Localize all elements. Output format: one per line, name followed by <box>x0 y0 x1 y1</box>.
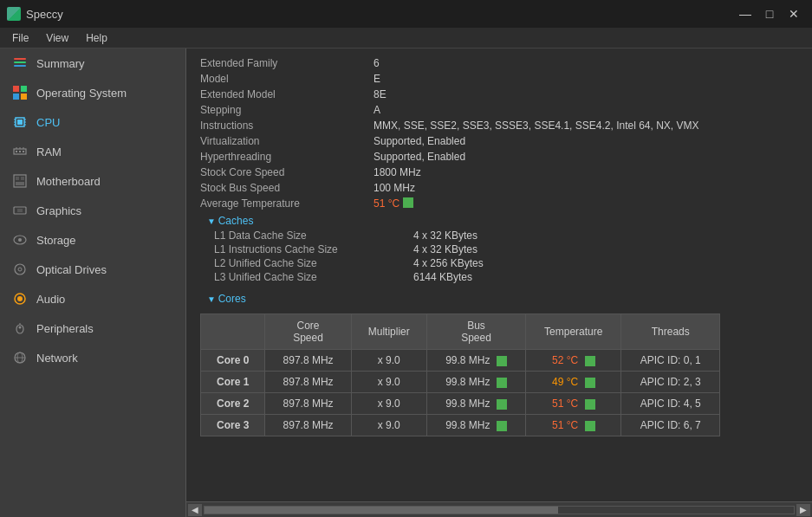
hscroll-right-button[interactable]: ▶ <box>796 504 810 516</box>
window-controls: — □ ✕ <box>734 4 805 23</box>
bus-indicator-1 <box>497 378 507 388</box>
menu-help[interactable]: Help <box>77 30 116 46</box>
core-threads-2: APIC ID: 4, 5 <box>621 393 720 415</box>
col-header-bus: BusSpeed <box>426 314 525 350</box>
ram-icon <box>12 144 28 159</box>
menu-view[interactable]: View <box>37 30 77 46</box>
core-mult-2: x 9.0 <box>351 393 426 415</box>
svg-point-32 <box>18 268 22 271</box>
model-value: E <box>374 73 380 85</box>
sidebar-label-network: Network <box>36 352 78 365</box>
bus-indicator-2 <box>497 399 507 410</box>
hyperthreading-row: Hyperthreading Supported, Enabled <box>200 149 798 165</box>
app-title: Speccy <box>26 8 63 21</box>
hscroll-left-button[interactable]: ◀ <box>188 504 202 516</box>
col-header-multiplier: Multiplier <box>351 314 426 350</box>
temp-indicator-3 <box>585 421 595 431</box>
menu-file[interactable]: File <box>3 30 37 46</box>
stock-bus-speed-value: 100 MHz <box>374 182 415 194</box>
horizontal-scrollbar[interactable]: ◀ ▶ <box>186 501 812 517</box>
stock-core-speed-label: Stock Core Speed <box>200 166 374 178</box>
core-speed-1: 897.8 MHz <box>265 372 351 393</box>
graphics-icon <box>12 203 28 218</box>
svg-point-34 <box>17 296 23 301</box>
sidebar-item-ram[interactable]: RAM <box>0 137 185 166</box>
sidebar-item-summary[interactable]: Summary <box>0 48 185 78</box>
hscroll-thumb[interactable] <box>205 507 558 514</box>
titlebar: Speccy — □ ✕ <box>0 0 812 28</box>
core-row-1: Core 1 897.8 MHz x 9.0 99.8 MHz 49 °C AP… <box>201 372 720 393</box>
core-row-3: Core 3 897.8 MHz x 9.0 99.8 MHz 51 °C AP… <box>201 415 720 436</box>
svg-rect-8 <box>17 120 23 125</box>
sidebar-item-storage[interactable]: Storage <box>0 225 185 255</box>
core-bus-0: 99.8 MHz <box>426 350 525 372</box>
sidebar-item-optical[interactable]: Optical Drives <box>0 255 185 284</box>
stepping-value: A <box>374 104 380 116</box>
core-bus-2: 99.8 MHz <box>426 393 525 415</box>
cache-label-3: L3 Unified Cache Size <box>214 271 413 283</box>
network-icon <box>12 350 28 365</box>
stock-bus-speed-row: Stock Bus Speed 100 MHz <box>200 180 798 196</box>
avg-temp-indicator <box>403 197 413 208</box>
svg-rect-2 <box>14 65 26 67</box>
stock-core-speed-value: 1800 MHz <box>374 166 421 178</box>
col-header-speed: CoreSpeed <box>265 314 351 350</box>
instructions-value: MMX, SSE, SSE2, SSE3, SSSE3, SSE4.1, SSE… <box>374 120 699 132</box>
stock-core-speed-row: Stock Core Speed 1800 MHz <box>200 165 798 180</box>
os-icon <box>12 85 28 100</box>
core-mult-3: x 9.0 <box>351 415 426 436</box>
close-button[interactable]: ✕ <box>783 4 805 23</box>
core-name-1: Core 1 <box>201 372 265 393</box>
caches-header[interactable]: Caches <box>200 211 798 229</box>
optical-icon <box>12 262 28 277</box>
sidebar-item-network[interactable]: Network <box>0 343 185 372</box>
sidebar-item-audio[interactable]: Audio <box>0 284 185 313</box>
bus-indicator-3 <box>497 421 507 431</box>
minimize-button[interactable]: — <box>734 4 757 23</box>
sidebar-label-ram: RAM <box>36 145 62 158</box>
temp-indicator-1 <box>585 378 595 388</box>
cores-section: CoreSpeed Multiplier BusSpeed Temperatur… <box>200 313 798 436</box>
sidebar-item-cpu[interactable]: CPU <box>0 107 185 137</box>
hscroll-track[interactable] <box>204 506 795 514</box>
cache-label-0: L1 Data Cache Size <box>214 229 413 242</box>
caches-list: L1 Data Cache Size 4 x 32 KBytes L1 Inst… <box>200 229 798 284</box>
cache-row-2: L2 Unified Cache Size 4 x 256 KBytes <box>214 256 798 270</box>
extended-family-label: Extended Family <box>200 57 374 69</box>
sidebar-label-peripherals: Peripherals <box>36 322 94 335</box>
content-wrapper: Extended Family 6 Model E Extended Model… <box>186 48 812 517</box>
svg-rect-1 <box>14 61 26 63</box>
sidebar-label-optical: Optical Drives <box>36 263 107 276</box>
hyperthreading-value: Supported, Enabled <box>374 151 465 163</box>
svg-point-31 <box>15 264 25 275</box>
svg-rect-6 <box>21 94 27 100</box>
virtualization-value: Supported, Enabled <box>374 135 465 147</box>
cpu-content[interactable]: Extended Family 6 Model E Extended Model… <box>186 48 812 501</box>
core-temp-3: 51 °C <box>526 415 621 436</box>
svg-rect-0 <box>14 58 26 60</box>
virtualization-label: Virtualization <box>200 135 374 147</box>
extended-model-row: Extended Model 8E <box>200 87 798 102</box>
extended-model-value: 8E <box>374 88 387 100</box>
extended-family-value: 6 <box>374 57 380 69</box>
core-row-2: Core 2 897.8 MHz x 9.0 99.8 MHz 51 °C AP… <box>201 393 720 415</box>
cores-header[interactable]: Cores <box>200 289 798 307</box>
maximize-button[interactable]: □ <box>758 4 781 23</box>
summary-icon <box>12 55 28 71</box>
sidebar-item-graphics[interactable]: Graphics <box>0 196 185 225</box>
sidebar-item-peripherals[interactable]: Peripherals <box>0 313 185 343</box>
svg-rect-17 <box>19 151 21 152</box>
avg-temp-label: Average Temperature <box>200 197 374 210</box>
svg-rect-24 <box>21 177 24 180</box>
peripherals-icon <box>12 320 28 336</box>
sidebar-item-os[interactable]: Operating System <box>0 78 185 107</box>
stock-bus-speed-label: Stock Bus Speed <box>200 182 374 194</box>
sidebar-item-motherboard[interactable]: Motherboard <box>0 166 185 196</box>
core-temp-0: 52 °C <box>526 350 621 372</box>
core-row-0: Core 0 897.8 MHz x 9.0 99.8 MHz 52 °C AP… <box>201 350 720 372</box>
svg-point-30 <box>18 238 22 242</box>
core-threads-3: APIC ID: 6, 7 <box>621 415 720 436</box>
cache-value-1: 4 x 32 KBytes <box>413 243 477 255</box>
extended-model-label: Extended Model <box>200 88 374 100</box>
svg-rect-16 <box>16 151 17 152</box>
